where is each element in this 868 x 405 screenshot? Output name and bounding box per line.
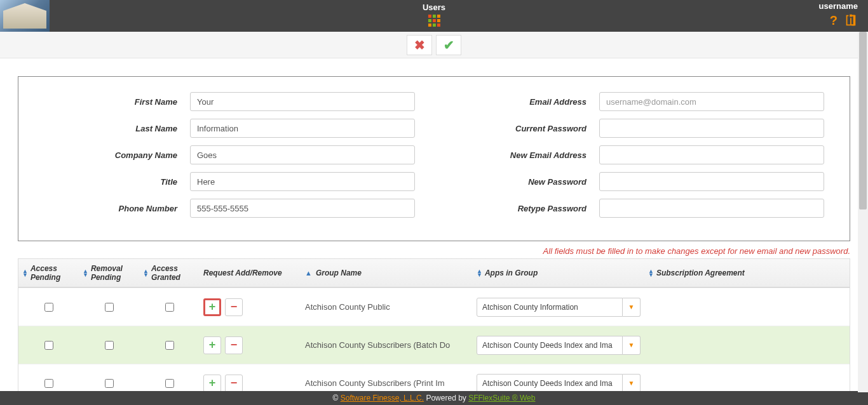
apps-select[interactable]: Atchison County Deeds Index and Ima (477, 374, 623, 393)
first-name-field[interactable] (190, 92, 415, 111)
request-add-button[interactable]: + (203, 375, 221, 392)
current-password-field[interactable] (599, 119, 824, 138)
request-remove-button[interactable]: − (225, 298, 243, 316)
access-granted-checkbox[interactable] (165, 341, 174, 350)
col-group-name[interactable]: ▲ Group Name (301, 259, 473, 287)
page-title: Users (423, 3, 445, 12)
access-granted-checkbox[interactable] (165, 379, 174, 388)
new-password-label: New Password (453, 177, 599, 187)
subscription-cell (644, 339, 850, 352)
phone-label: Phone Number (44, 204, 190, 213)
subscription-cell (644, 301, 850, 314)
group-name-cell: Atchison County Subscribers (Batch Do (301, 334, 473, 356)
access-pending-checkbox[interactable] (44, 341, 53, 350)
current-password-label: Current Password (453, 124, 599, 133)
subscription-cell (644, 377, 850, 390)
new-email-label: New Email Address (453, 150, 599, 160)
app-header: Users username ? (0, 0, 868, 32)
email-field[interactable] (599, 92, 824, 111)
new-email-field[interactable] (599, 145, 824, 164)
request-add-button[interactable]: + (203, 336, 221, 354)
apps-select-toggle[interactable] (623, 374, 641, 393)
app-logo (0, 0, 50, 32)
apps-select-toggle[interactable] (623, 336, 641, 355)
grid-header: ▲▼ Access Pending ▲▼ Removal Pending ▲▼ … (18, 259, 850, 288)
col-subscription[interactable]: ▲▼ Subscription Agreement (644, 259, 850, 287)
apps-grid-icon[interactable] (428, 15, 440, 27)
username-label: username (819, 1, 858, 11)
access-pending-checkbox[interactable] (44, 303, 53, 312)
retype-password-field[interactable] (599, 199, 824, 218)
email-label: Email Address (453, 97, 599, 107)
header-right: username ? (819, 0, 868, 29)
form-note: All fields must be filled in to make cha… (0, 246, 850, 256)
col-apps[interactable]: ▲▼ Apps in Group (473, 259, 644, 287)
confirm-button[interactable]: ✔ (436, 35, 461, 55)
col-request: Request Add/Remove (200, 259, 301, 287)
apps-select-toggle[interactable] (623, 298, 641, 317)
request-remove-button[interactable]: − (225, 336, 243, 354)
retype-password-label: Retype Password (453, 204, 599, 213)
access-pending-checkbox[interactable] (44, 379, 53, 388)
help-icon[interactable]: ? (830, 13, 837, 29)
company-label: Company Name (44, 150, 190, 160)
title-label: Title (44, 177, 190, 187)
title-field[interactable] (190, 172, 415, 191)
scrollbar-thumb[interactable] (859, 32, 867, 209)
removal-pending-checkbox[interactable] (105, 303, 114, 312)
group-name-cell: Atchison County Public (301, 296, 473, 318)
footer: © Software Finesse, L.L.C. Powered by SF… (0, 391, 868, 402)
action-bar: ✖ ✔ (0, 32, 868, 58)
last-name-label: Last Name (44, 124, 190, 133)
col-removal-pending[interactable]: ▲▼ Removal Pending (79, 259, 139, 287)
groups-grid: ▲▼ Access Pending ▲▼ Removal Pending ▲▼ … (18, 258, 850, 402)
access-granted-checkbox[interactable] (165, 303, 174, 312)
table-row: +−Atchison County PublicAtchison County … (18, 288, 850, 326)
col-access-pending[interactable]: ▲▼ Access Pending (18, 259, 79, 287)
footer-company-link[interactable]: Software Finesse, L.L.C. (341, 394, 424, 402)
removal-pending-checkbox[interactable] (105, 341, 114, 350)
page-scrollbar[interactable] (858, 32, 868, 392)
removal-pending-checkbox[interactable] (105, 379, 114, 388)
footer-product-link[interactable]: SFFlexSuite ® Web (468, 394, 535, 402)
apps-select[interactable]: Atchison County Information (477, 298, 623, 317)
request-remove-button[interactable]: − (225, 375, 243, 392)
apps-select[interactable]: Atchison County Deeds Index and Ima (477, 336, 623, 355)
request-add-button[interactable]: + (203, 298, 221, 316)
cancel-button[interactable]: ✖ (407, 35, 432, 55)
col-access-granted[interactable]: ▲▼ Access Granted (139, 259, 200, 287)
phone-field[interactable] (190, 199, 415, 218)
table-row: +−Atchison County Subscribers (Batch DoA… (18, 326, 850, 364)
user-form-panel: First Name Last Name Company Name Title … (18, 76, 850, 241)
new-password-field[interactable] (599, 172, 824, 191)
logout-icon[interactable] (844, 13, 858, 29)
first-name-label: First Name (44, 97, 190, 107)
company-field[interactable] (190, 145, 415, 164)
last-name-field[interactable] (190, 119, 415, 138)
header-center: Users (423, 0, 445, 27)
